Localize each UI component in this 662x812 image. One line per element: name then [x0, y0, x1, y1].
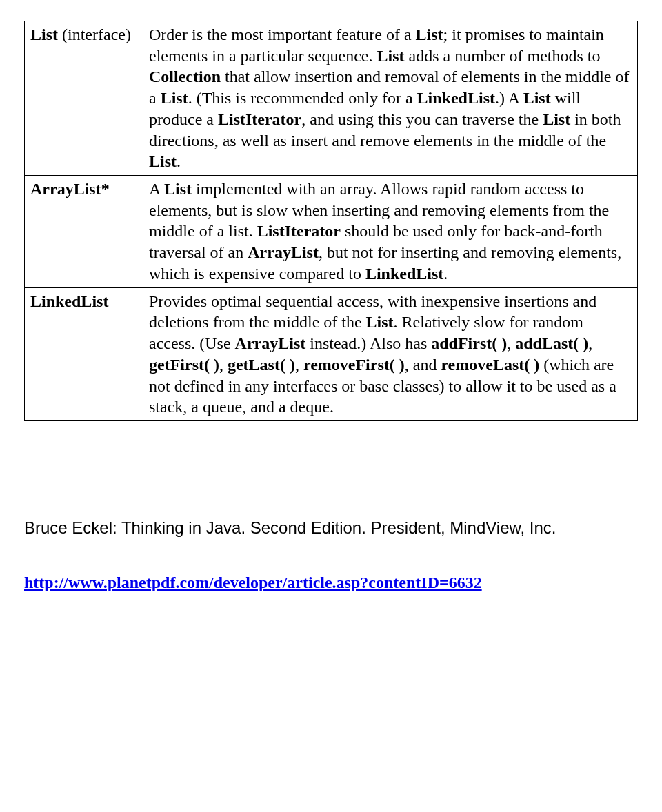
- reference-link[interactable]: http://www.planetpdf.com/developer/artic…: [24, 574, 482, 591]
- row-label: LinkedList: [25, 287, 143, 420]
- row-label: ArrayList*: [25, 176, 143, 288]
- attribution-text: Bruce Eckel: Thinking in Java. Second Ed…: [24, 518, 638, 539]
- table-row: List (interface)Order is the most import…: [25, 21, 638, 176]
- row-description: Provides optimal sequential access, with…: [143, 287, 638, 420]
- table-row: ArrayList*A List implemented with an arr…: [25, 176, 638, 288]
- row-description: Order is the most important feature of a…: [143, 21, 638, 176]
- row-label: List (interface): [25, 21, 143, 176]
- row-description: A List implemented with an array. Allows…: [143, 176, 638, 288]
- definition-table: List (interface)Order is the most import…: [24, 21, 638, 421]
- reference-link-line: http://www.planetpdf.com/developer/artic…: [24, 572, 638, 593]
- table-row: LinkedListProvides optimal sequential ac…: [25, 287, 638, 420]
